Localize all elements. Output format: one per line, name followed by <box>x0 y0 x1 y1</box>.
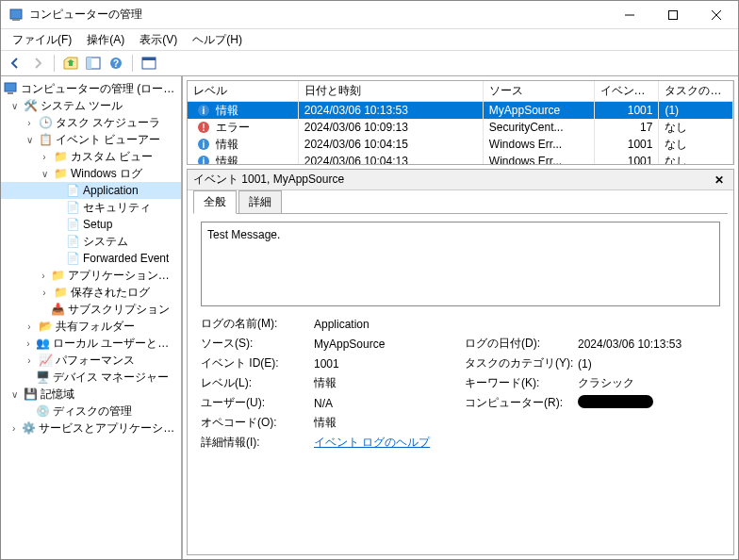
col-date[interactable]: 日付と時刻 <box>299 81 484 101</box>
tree-setup[interactable]: 📄Setup <box>1 216 181 233</box>
tree-windows-logs[interactable]: ∨📁Windows ログ <box>1 165 181 182</box>
prop-keywords-label: キーワード(K): <box>465 375 578 391</box>
svg-text:i: i <box>203 156 205 165</box>
tree-saved-logs[interactable]: ›📁保存されたログ <box>1 284 181 301</box>
menu-view[interactable]: 表示(V) <box>132 30 185 50</box>
detail-title-text: イベント 1001, MyAppSource <box>193 172 711 188</box>
tree-shared-folders[interactable]: ›📂共有フォルダー <box>1 318 181 335</box>
svg-text:i: i <box>203 106 205 116</box>
expand-icon[interactable]: › <box>24 321 35 332</box>
tree-performance[interactable]: ›📈パフォーマンス <box>1 352 181 369</box>
back-button[interactable] <box>5 53 25 74</box>
menu-action[interactable]: 操作(A) <box>79 30 132 50</box>
expand-icon[interactable]: › <box>39 152 50 162</box>
log-icon: 📄 <box>65 251 80 266</box>
tree-device-mgr[interactable]: 🖥️デバイス マネージャー <box>1 369 181 386</box>
properties-button[interactable] <box>139 53 159 74</box>
services-icon: ⚙️ <box>22 420 36 436</box>
main-pane: レベル 日付と時刻 ソース イベント ID タスクのカテゴリ i情報2024/0… <box>182 76 738 559</box>
collapse-icon[interactable]: ∨ <box>39 169 50 179</box>
forward-button[interactable] <box>27 53 48 74</box>
expand-icon[interactable]: › <box>39 288 50 298</box>
folder-icon: 📁 <box>53 166 68 181</box>
cell-source: Windows Err... <box>484 153 595 165</box>
info-icon: i <box>197 155 210 165</box>
tab-general-body: Test Message. ログの名前(M): Application ソース(… <box>193 213 728 549</box>
svg-text:?: ? <box>113 58 119 69</box>
prop-level-label: レベル(L): <box>201 375 314 391</box>
event-viewer-icon: 📋 <box>38 132 53 147</box>
subscription-icon: 📥 <box>50 302 65 317</box>
tree-disk-mgmt[interactable]: 💿ディスクの管理 <box>1 403 181 420</box>
prop-user-value: N/A <box>314 397 465 410</box>
expand-icon[interactable]: › <box>8 423 19 434</box>
close-button[interactable] <box>695 1 738 28</box>
cell-id: 1001 <box>595 102 660 119</box>
tree-local-users[interactable]: ›👥ローカル ユーザーとグループ <box>1 335 181 352</box>
list-row[interactable]: !エラー2024/03/06 10:09:13SecurityCent...17… <box>188 119 733 136</box>
expand-icon[interactable]: › <box>39 271 48 281</box>
collapse-icon[interactable]: ∨ <box>8 101 20 111</box>
menu-file[interactable]: ファイル(F) <box>5 30 79 50</box>
tools-icon: 🛠️ <box>23 98 38 113</box>
list-row[interactable]: i情報2024/03/06 10:13:53MyAppSource1001(1) <box>188 102 733 119</box>
tree-subscriptions[interactable]: 📥サブスクリプション <box>1 301 181 318</box>
tree-apps-services[interactable]: ›📁アプリケーションとサービ <box>1 267 181 284</box>
up-button[interactable] <box>60 53 81 74</box>
device-mgr-icon: 🖥️ <box>35 370 50 385</box>
detail-close-button[interactable]: ✕ <box>711 173 728 187</box>
list-row[interactable]: i情報2024/03/06 10:04:15Windows Err...1001… <box>188 136 733 153</box>
tab-general[interactable]: 全般 <box>193 190 237 214</box>
tree-security[interactable]: 📄セキュリティ <box>1 199 181 216</box>
expand-icon[interactable]: › <box>24 118 35 128</box>
tree-forwarded[interactable]: 📄Forwarded Event <box>1 250 181 267</box>
tree-root[interactable]: コンピューターの管理 (ローカル) <box>1 80 181 97</box>
cell-date: 2024/03/06 10:04:13 <box>299 153 484 165</box>
event-message[interactable]: Test Message. <box>201 222 720 306</box>
svg-rect-11 <box>142 58 156 60</box>
col-id[interactable]: イベント ID <box>595 81 660 101</box>
prop-event-id-value: 1001 <box>314 357 465 371</box>
tree-task-scheduler[interactable]: ›🕒タスク スケジューラ <box>1 114 181 131</box>
cell-source: SecurityCent... <box>484 119 595 136</box>
nav-tree[interactable]: コンピューターの管理 (ローカル) ∨🛠️システム ツール ›🕒タスク スケジュ… <box>1 76 182 559</box>
cell-id: 1001 <box>595 153 660 165</box>
event-list[interactable]: レベル 日付と時刻 ソース イベント ID タスクのカテゴリ i情報2024/0… <box>187 80 734 165</box>
toolbar-separator <box>54 55 55 72</box>
tab-details[interactable]: 詳細 <box>238 190 282 213</box>
window-controls <box>608 1 738 28</box>
tree-services-apps[interactable]: ›⚙️サービスとアプリケーション <box>1 420 181 436</box>
prop-opcode-value: 情報 <box>314 415 465 431</box>
tree-custom-views[interactable]: ›📁カスタム ビュー <box>1 148 181 165</box>
prop-computer-value <box>578 395 728 411</box>
prop-opcode-label: オペコード(O): <box>201 415 314 431</box>
minimize-button[interactable] <box>608 1 651 28</box>
clock-icon: 🕒 <box>38 115 53 130</box>
computer-mgmt-icon <box>3 81 18 96</box>
collapse-icon[interactable]: ∨ <box>24 135 35 145</box>
col-source[interactable]: ソース <box>484 81 595 101</box>
tree-event-viewer[interactable]: ∨📋イベント ビューアー <box>1 131 181 148</box>
show-hide-tree-button[interactable] <box>83 53 104 74</box>
col-category[interactable]: タスクのカテゴリ <box>659 81 733 101</box>
menu-help[interactable]: ヘルプ(H) <box>185 30 250 50</box>
expand-icon[interactable]: › <box>24 338 33 349</box>
svg-rect-0 <box>10 9 22 19</box>
maximize-button[interactable] <box>651 1 695 28</box>
titlebar: コンピューターの管理 <box>1 1 738 29</box>
tree-system-tools[interactable]: ∨🛠️システム ツール <box>1 97 181 114</box>
help-button[interactable]: ? <box>106 53 126 74</box>
svg-rect-12 <box>5 83 16 91</box>
tree-storage[interactable]: ∨💾記憶域 <box>1 386 181 403</box>
collapse-icon[interactable]: ∨ <box>8 389 20 400</box>
list-row[interactable]: i情報2024/03/06 10:04:13Windows Err...1001… <box>188 153 733 165</box>
cell-source: Windows Err... <box>484 136 595 153</box>
col-level[interactable]: レベル <box>188 81 299 101</box>
tree-system[interactable]: 📄システム <box>1 233 181 250</box>
expand-icon[interactable]: › <box>24 355 35 366</box>
event-log-help-link[interactable]: イベント ログのヘルプ <box>314 436 430 449</box>
tree-application[interactable]: 📄Application <box>1 182 181 199</box>
log-icon: 📄 <box>65 217 80 232</box>
svg-text:i: i <box>203 140 205 150</box>
cell-date: 2024/03/06 10:13:53 <box>299 102 484 119</box>
